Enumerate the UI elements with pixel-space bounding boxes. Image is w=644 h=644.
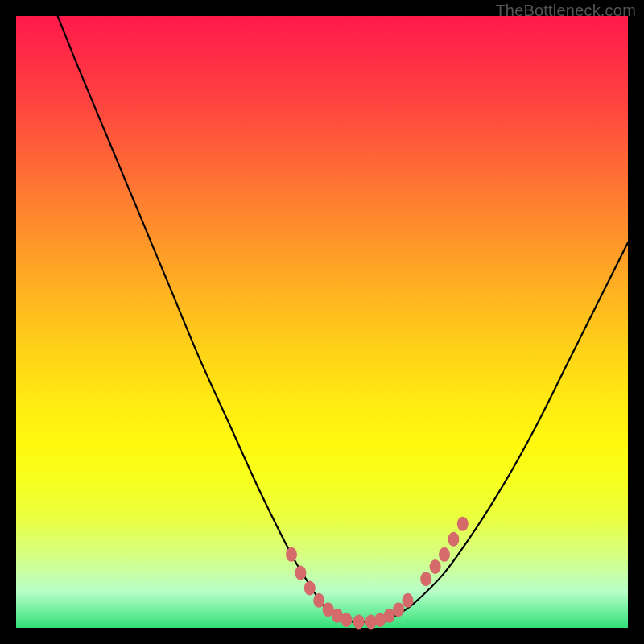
marker-dot bbox=[457, 517, 469, 531]
marker-dot bbox=[313, 593, 324, 608]
bottleneck-curve bbox=[53, 4, 628, 622]
curve-markers bbox=[286, 517, 469, 630]
marker-dot bbox=[393, 602, 404, 617]
marker-dot bbox=[430, 559, 441, 574]
marker-dot bbox=[439, 547, 450, 562]
marker-dot bbox=[341, 613, 352, 627]
chart-frame: TheBottleneck.com bbox=[0, 0, 644, 644]
chart-svg bbox=[16, 16, 628, 628]
marker-dot bbox=[304, 581, 316, 596]
marker-dot bbox=[286, 547, 297, 562]
marker-dot bbox=[295, 566, 306, 580]
marker-dot bbox=[448, 532, 459, 547]
watermark-text: TheBottleneck.com bbox=[495, 2, 636, 20]
chart-plot-area bbox=[16, 16, 628, 628]
marker-dot bbox=[420, 572, 431, 586]
marker-dot bbox=[402, 593, 413, 608]
marker-dot bbox=[353, 614, 365, 629]
